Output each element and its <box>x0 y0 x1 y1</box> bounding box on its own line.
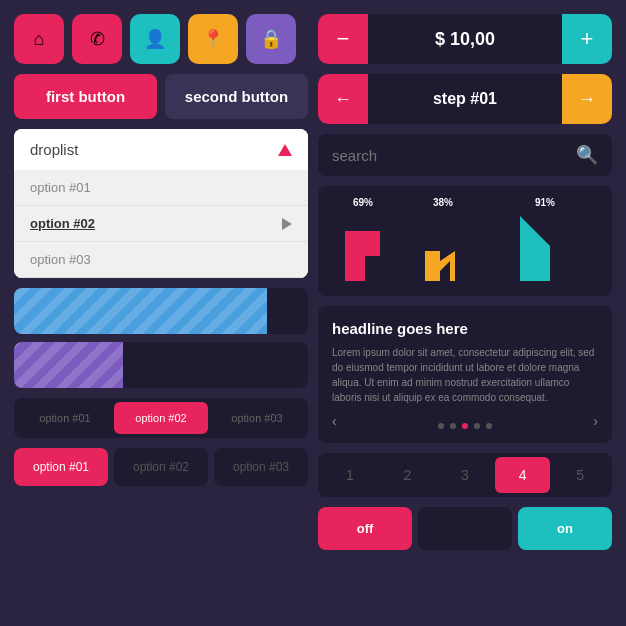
location-button[interactable]: 📍 <box>188 14 238 64</box>
svg-marker-5 <box>520 216 550 281</box>
article-prev-button[interactable]: ‹ <box>332 413 337 429</box>
second-button[interactable]: second button <box>165 74 308 119</box>
page-4[interactable]: 4 <box>495 457 551 493</box>
toggle-option-1[interactable]: option #01 <box>14 448 108 486</box>
main-buttons-row: first button second button <box>14 74 308 119</box>
toggle-row: option #01 option #02 option #03 <box>14 448 308 486</box>
progress-section: loading... 86% loading... 37% <box>14 288 308 388</box>
app-container: ⌂ ✆ 👤 📍 🔒 first button second button dro… <box>0 0 626 564</box>
bar-chart: 69% 38% 91% <box>318 186 612 296</box>
progress-bar-blue: loading... 86% <box>14 288 308 334</box>
dot-1 <box>438 423 444 429</box>
lock-button[interactable]: 🔒 <box>246 14 296 64</box>
svg-text:91%: 91% <box>535 197 555 208</box>
article-title: headline goes here <box>332 320 598 337</box>
svg-text:38%: 38% <box>433 197 453 208</box>
dropdown-label: droplist <box>30 141 78 158</box>
step-next-button[interactable]: → <box>562 74 612 124</box>
phone-button[interactable]: ✆ <box>72 14 122 64</box>
counter-minus-button[interactable]: − <box>318 14 368 64</box>
search-bar: 🔍 <box>318 134 612 176</box>
toggle-option-3[interactable]: option #03 <box>214 448 308 486</box>
search-icon: 🔍 <box>576 144 598 166</box>
step-row: ← step #01 → <box>318 74 612 124</box>
middle-button[interactable] <box>418 507 512 550</box>
article-card: headline goes here Lorem ipsum dolor sit… <box>318 306 612 443</box>
icon-buttons-row: ⌂ ✆ 👤 📍 🔒 <box>14 14 296 64</box>
onoff-row: off on <box>318 507 612 550</box>
step-label: step #01 <box>368 90 562 108</box>
tab-option-1[interactable]: option #01 <box>18 402 112 434</box>
article-next-button[interactable]: › <box>593 413 598 429</box>
page-1[interactable]: 1 <box>322 457 378 493</box>
dropdown-option-3[interactable]: option #03 <box>14 242 308 278</box>
tab-option-3[interactable]: option #03 <box>210 402 304 434</box>
progress-stripe <box>14 288 267 334</box>
progress-fill-purple <box>14 342 123 388</box>
counter-row: − $ 10,00 + <box>318 14 612 64</box>
first-button[interactable]: first button <box>14 74 157 119</box>
page-2[interactable]: 2 <box>380 457 436 493</box>
svg-text:69%: 69% <box>353 197 373 208</box>
dot-2 <box>450 423 456 429</box>
user-button[interactable]: 👤 <box>130 14 180 64</box>
counter-plus-button[interactable]: + <box>562 14 612 64</box>
progress-stripe-2 <box>14 342 123 388</box>
dot-4 <box>474 423 480 429</box>
dropdown-container: droplist option #01 option #02 option #0… <box>14 129 308 278</box>
pagination-row: 1 2 3 4 5 <box>318 453 612 497</box>
dropdown-options: option #01 option #02 option #03 <box>14 170 308 278</box>
on-button[interactable]: on <box>518 507 612 550</box>
page-3[interactable]: 3 <box>437 457 493 493</box>
left-column: ⌂ ✆ 👤 📍 🔒 first button second button dro… <box>14 14 308 550</box>
tab-option-2[interactable]: option #02 <box>114 402 208 434</box>
progress-bar-purple: loading... 37% <box>14 342 308 388</box>
off-button[interactable]: off <box>318 507 412 550</box>
chart-svg: 69% 38% 91% <box>332 196 598 284</box>
svg-marker-1 <box>345 231 380 281</box>
right-column: − $ 10,00 + ← step #01 → 🔍 69% 38% <box>318 14 612 550</box>
dot-3 <box>462 423 468 429</box>
progress-fill-blue <box>14 288 267 334</box>
article-text: Lorem ipsum dolor sit amet, consectetur … <box>332 345 598 405</box>
article-nav: ‹ › <box>332 413 598 429</box>
home-button[interactable]: ⌂ <box>14 14 64 64</box>
dropdown-option-2[interactable]: option #02 <box>14 206 308 242</box>
counter-value: $ 10,00 <box>368 29 562 50</box>
article-dots <box>438 423 492 429</box>
dropdown-option-1[interactable]: option #01 <box>14 170 308 206</box>
page-5[interactable]: 5 <box>552 457 608 493</box>
dropdown-header[interactable]: droplist <box>14 129 308 170</box>
dot-5 <box>486 423 492 429</box>
option-arrow-icon <box>282 218 292 230</box>
toggle-option-2[interactable]: option #02 <box>114 448 208 486</box>
step-back-button[interactable]: ← <box>318 74 368 124</box>
search-input[interactable] <box>332 147 566 164</box>
tab-options-row: option #01 option #02 option #03 <box>14 398 308 438</box>
svg-marker-3 <box>425 251 455 281</box>
dropdown-arrow-icon <box>278 144 292 156</box>
